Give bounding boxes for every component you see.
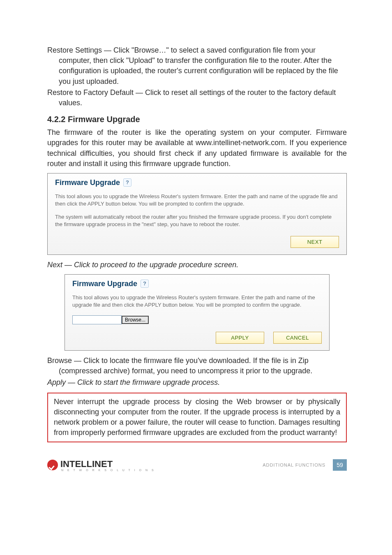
help-icon[interactable]: ?: [141, 280, 149, 288]
button-row: APPLY CANCEL: [72, 332, 322, 344]
text: Browse — Click to locate the firmware fi…: [47, 356, 312, 375]
document-page: Restore Settings — Click "Browse…" to se…: [0, 0, 392, 488]
text: Apply — Click to start the firmware upgr…: [47, 378, 220, 386]
panel-title-row: Firmware Upgrade ?: [55, 178, 339, 187]
brand-logo: INTELLINET N E T W O R K S O L U T I O N…: [47, 459, 155, 472]
text: Restore to Factory Default — Click to re…: [47, 88, 336, 107]
brand-name: INTELLINET: [60, 459, 155, 469]
panel-desc-1: This tool allows you to upgrade the Wire…: [55, 193, 339, 208]
firmware-panel-step2: Firmware Upgrade ? This tool allows you …: [65, 274, 330, 351]
panel-title: Firmware Upgrade: [55, 178, 120, 187]
panel-title-row: Firmware Upgrade ?: [72, 280, 322, 288]
browse-button[interactable]: Browse...: [122, 316, 149, 324]
firmware-panel-step1: Firmware Upgrade ? This tool allows you …: [47, 173, 347, 255]
button-row: NEXT: [55, 236, 339, 248]
checkmark-icon: [47, 460, 58, 470]
panel-desc: This tool allows you to upgrade the Wire…: [72, 294, 322, 309]
brand-tagline: N E T W O R K S O L U T I O N S: [60, 469, 155, 472]
restore-factory-paragraph: Restore to Factory Default — Click to re…: [47, 88, 347, 108]
section-heading: 4.2.2 Firmware Upgrade: [47, 115, 347, 124]
footer-section-label: ADDITIONAL FUNCTIONS: [263, 462, 325, 467]
intro-paragraph: The firmware of the router is like the o…: [47, 127, 347, 169]
help-icon[interactable]: ?: [123, 178, 131, 187]
browse-caption: Browse — Click to locate the firmware fi…: [47, 356, 347, 376]
file-path-input[interactable]: [72, 315, 122, 324]
restore-settings-paragraph: Restore Settings — Click "Browse…" to se…: [47, 45, 347, 87]
panel-title: Firmware Upgrade: [72, 280, 137, 288]
next-caption: Next — Click to proceed to the upgrade p…: [47, 260, 347, 270]
panel-desc-2: The system will automatically reboot the…: [55, 213, 339, 228]
page-number: 59: [333, 459, 347, 471]
cancel-button[interactable]: CANCEL: [273, 332, 322, 344]
apply-button[interactable]: APPLY: [216, 332, 264, 344]
warning-box: Never interrupt the upgrade process by c…: [47, 393, 347, 442]
page-footer: INTELLINET N E T W O R K S O L U T I O N…: [47, 459, 347, 472]
text: Next — Click to proceed to the upgrade p…: [47, 261, 238, 269]
next-button[interactable]: NEXT: [291, 236, 339, 248]
footer-right: ADDITIONAL FUNCTIONS 59: [263, 459, 347, 471]
apply-caption: Apply — Click to start the firmware upgr…: [47, 377, 347, 388]
logo-text: INTELLINET N E T W O R K S O L U T I O N…: [60, 459, 155, 472]
file-row: Browse...: [72, 315, 322, 324]
text: Restore Settings — Click "Browse…" to se…: [47, 46, 338, 86]
